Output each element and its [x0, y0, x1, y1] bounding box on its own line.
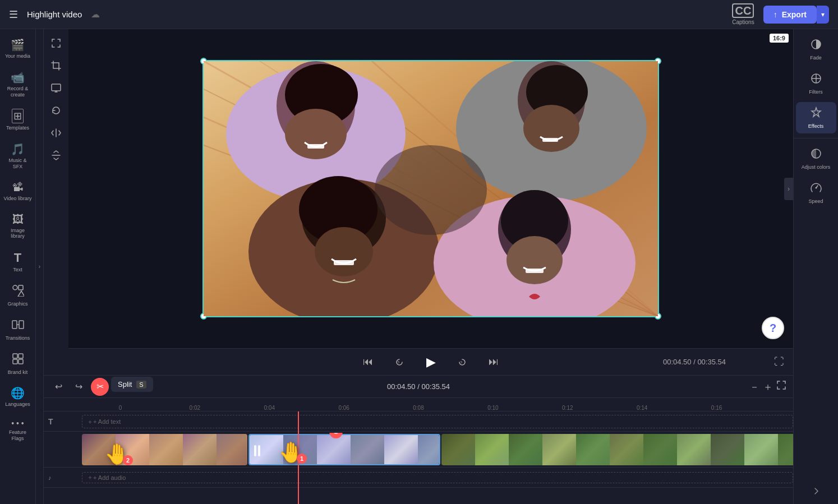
svg-rect-8: [19, 359, 23, 364]
screen-tool[interactable]: [47, 78, 66, 98]
effects-icon: [810, 107, 822, 122]
svg-rect-5: [13, 354, 17, 358]
flip-v-tool[interactable]: [47, 146, 66, 165]
sidebar-item-graphics[interactable]: Graphics: [2, 280, 34, 312]
sidebar-item-brand-kit[interactable]: Brand kit: [2, 348, 34, 380]
zoom-fit-button[interactable]: [776, 380, 786, 393]
sidebar-item-your-media[interactable]: 🎬 Your media: [2, 34, 34, 64]
sidebar-item-languages[interactable]: 🌐 Languages: [2, 382, 34, 412]
right-panel-collapse-btn[interactable]: ›: [784, 178, 793, 200]
thumb-2-5: [384, 435, 418, 465]
hamburger-menu[interactable]: ☰: [9, 8, 18, 21]
zoom-out-button[interactable]: －: [749, 380, 759, 394]
video-content: [204, 61, 658, 316]
add-text-bar[interactable]: ＋ + Add text: [82, 415, 793, 428]
sidebar-item-feature-flags[interactable]: • • • Feature Flags: [2, 414, 34, 446]
ruler-mark-3: 0:06: [307, 405, 381, 411]
svg-rect-7: [13, 359, 17, 364]
sidebar-item-record-create[interactable]: 📹 Record & create: [2, 66, 34, 103]
video-frame[interactable]: [202, 60, 659, 317]
video-track-row: [44, 432, 793, 468]
video-segment-1[interactable]: [82, 434, 247, 465]
video-segment-2[interactable]: [248, 434, 440, 465]
audio-track-label: ♪: [44, 474, 82, 481]
video-segment-3[interactable]: [441, 434, 793, 465]
right-panel-fade[interactable]: Fade: [796, 34, 836, 66]
flip-h-tool[interactable]: [47, 123, 66, 142]
timeline-area: ↩ ↪ ✂ 🗑 ⊕ Split S 00:04.50 / 00:35.54 － …: [44, 375, 793, 504]
svg-rect-4: [19, 321, 24, 329]
feature-flags-icon: • • •: [11, 419, 24, 428]
right-panel-divider: [794, 138, 838, 138]
ruler-mark-4: 0:08: [381, 405, 456, 411]
right-panel-adjust-colors[interactable]: Adjust colors: [796, 143, 836, 175]
thumb-3-1: [441, 434, 475, 465]
svg-point-36: [507, 236, 563, 284]
transitions-icon: [12, 318, 24, 334]
svg-rect-32: [334, 260, 354, 265]
sidebar-item-video-library[interactable]: 📽 Video library: [2, 177, 34, 206]
right-panel-expand-btn[interactable]: [810, 485, 822, 500]
thumb-1-3: [149, 434, 183, 465]
text-icon: T: [14, 251, 21, 265]
svg-rect-37: [526, 269, 544, 273]
sidebar-item-transitions[interactable]: Transitions: [2, 314, 34, 346]
ruler-mark-7: 0:14: [605, 405, 679, 411]
thumb-3-7: [643, 434, 677, 465]
rewind-button[interactable]: 5: [390, 353, 408, 371]
skip-forward-button[interactable]: ⏭: [485, 353, 503, 371]
right-panel: Fade Filters Effects: [793, 29, 838, 504]
sidebar-collapse-btn[interactable]: ›: [36, 29, 44, 504]
right-panel-adjust-colors-label: Adjust colors: [802, 164, 831, 170]
svg-rect-27: [542, 138, 558, 142]
undo-button[interactable]: ↩: [50, 379, 66, 395]
sidebar-item-feature-flags-label: Feature Flags: [4, 429, 32, 442]
add-text-plus: ＋: [87, 418, 93, 426]
right-panel-fade-label: Fade: [810, 55, 822, 61]
sidebar-item-music-sfx[interactable]: 🎵 Music & SFX: [2, 138, 34, 174]
sidebar-item-image-library[interactable]: 🖼 Image library: [2, 209, 34, 244]
svg-point-21: [285, 109, 347, 159]
cc-icon: CC: [732, 3, 754, 18]
ruler-mark-2: 0:04: [232, 405, 307, 411]
ruler-mark-5: 0:10: [455, 405, 530, 411]
timeline-time-center: 00:04.50 / 00:35.54: [387, 382, 450, 391]
right-panel-speed-label: Speed: [808, 198, 823, 205]
zoom-in-button[interactable]: ＋: [763, 380, 773, 394]
ruler-marks: 0 0:02 0:04 0:06 0:08 0:10 0:12 0:14 0:1…: [83, 405, 754, 411]
sidebar-item-templates-label: Templates: [6, 125, 29, 131]
skip-back-button[interactable]: ⏮: [359, 353, 377, 371]
captions-button[interactable]: CC Captions: [732, 3, 754, 25]
export-button[interactable]: ↑ Export: [763, 6, 817, 24]
speed-icon: [810, 182, 822, 197]
text-track-content[interactable]: ＋ + Add text: [82, 411, 793, 431]
right-panel-filters[interactable]: Filters: [796, 68, 836, 100]
help-button[interactable]: ?: [762, 317, 784, 339]
right-panel-effects[interactable]: Effects: [796, 102, 836, 134]
pause-icon-overlay: [254, 445, 260, 456]
svg-point-0: [13, 285, 17, 290]
pause-bar-1: [254, 445, 256, 456]
right-panel-speed[interactable]: Speed: [796, 177, 836, 209]
forward-button[interactable]: 5: [453, 353, 471, 371]
crop-tool[interactable]: [47, 56, 66, 75]
time-display: 00:04.50 / 00:35.54: [663, 358, 726, 366]
thumb-2-4: [351, 435, 384, 465]
split-button[interactable]: ✂: [91, 378, 109, 396]
fullscreen-button[interactable]: ⛶: [774, 356, 784, 368]
sidebar-item-text[interactable]: T Text: [2, 246, 34, 278]
expand-tool[interactable]: [47, 34, 66, 53]
sidebar-item-templates[interactable]: ⊞ Templates: [2, 104, 34, 136]
add-audio-bar[interactable]: ＋ + Add audio: [82, 472, 793, 483]
video-track-content[interactable]: [82, 433, 793, 466]
rotate-tool[interactable]: [47, 101, 66, 120]
aspect-ratio-badge: 16:9: [770, 34, 789, 43]
svg-point-38: [375, 145, 487, 235]
redo-button[interactable]: ↪: [71, 379, 86, 395]
play-button[interactable]: ▶: [422, 353, 440, 371]
cloud-icon: ☁: [91, 9, 100, 20]
audio-track-content[interactable]: ＋ + Add audio: [82, 470, 793, 485]
timeline-toolbar: ↩ ↪ ✂ 🗑 ⊕ Split S 00:04.50 / 00:35.54 － …: [44, 376, 793, 398]
svg-point-31: [315, 227, 373, 276]
export-caret-button[interactable]: ▾: [817, 6, 829, 24]
